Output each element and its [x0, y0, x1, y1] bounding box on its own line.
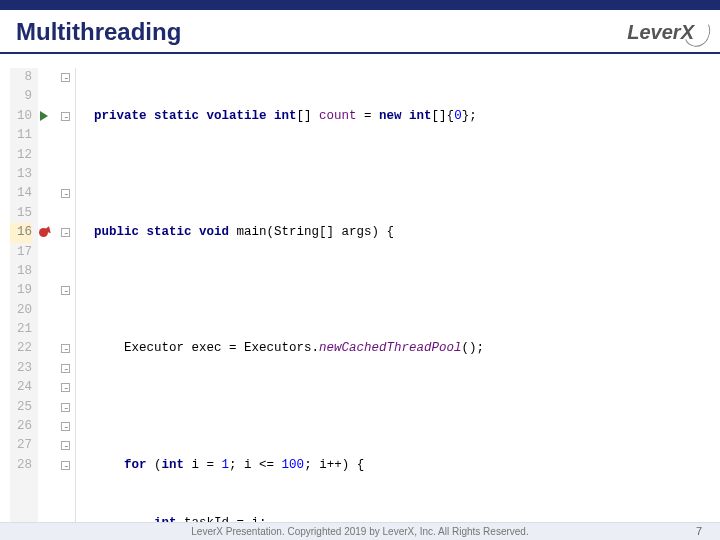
fold-icon: [61, 228, 70, 237]
code-line: Executor exec = Executors.newCachedThrea…: [94, 339, 514, 358]
lineno: 14: [10, 184, 32, 203]
header-divider: [0, 52, 720, 54]
code-line: for (int i = 1; i <= 100; i++) {: [94, 456, 514, 475]
logo: LeverX: [627, 21, 704, 44]
top-accent-bar: [0, 0, 720, 10]
footer-text: LeverX Presentation. Copyrighted 2019 by…: [191, 526, 528, 537]
lineno: 8: [10, 68, 32, 87]
slide-footer: LeverX Presentation. Copyrighted 2019 by…: [0, 522, 720, 540]
breakpoint-icon: [39, 228, 48, 237]
fold-icon: [61, 344, 70, 353]
lineno: 15: [10, 204, 32, 223]
lineno: 17: [10, 243, 32, 262]
run-marker: [38, 107, 58, 126]
lineno: 25: [10, 398, 32, 417]
fold-icon: [61, 112, 70, 121]
fold-icon: [61, 73, 70, 82]
gutter-line-numbers: 8 9 10 11 12 13 14 15 16 17 18 19 20 21 …: [10, 68, 38, 540]
gutter-fold: [58, 68, 76, 540]
fold-icon: [61, 403, 70, 412]
fold-icon: [61, 189, 70, 198]
lineno: 20: [10, 301, 32, 320]
code-editor: 8 9 10 11 12 13 14 15 16 17 18 19 20 21 …: [0, 68, 720, 540]
lineno: 9: [10, 87, 32, 106]
fold-icon: [61, 422, 70, 431]
lineno: 22: [10, 339, 32, 358]
code-line: [94, 281, 514, 300]
fold-icon: [61, 364, 70, 373]
lineno: 10: [10, 107, 32, 126]
fold-icon: [61, 383, 70, 392]
code-line: [94, 165, 514, 184]
lineno: 27: [10, 436, 32, 455]
fold-icon: [61, 286, 70, 295]
lineno-current: 16: [10, 223, 32, 242]
lineno: 11: [10, 126, 32, 145]
page-number: 7: [696, 525, 702, 537]
lineno: 28: [10, 456, 32, 475]
fold-icon: [61, 441, 70, 450]
code-line: private static volatile int[] count = ne…: [94, 107, 514, 126]
slide-header: Multithreading LeverX: [0, 10, 720, 52]
lineno: 26: [10, 417, 32, 436]
lineno: 21: [10, 320, 32, 339]
code-line: public static void main(String[] args) {: [94, 223, 514, 242]
lineno: 13: [10, 165, 32, 184]
lineno: 18: [10, 262, 32, 281]
lineno: 19: [10, 281, 32, 300]
logo-ring-icon: [680, 13, 714, 50]
fold-icon: [61, 461, 70, 470]
lineno: 24: [10, 378, 32, 397]
lineno: 23: [10, 359, 32, 378]
breakpoint-marker: [38, 223, 58, 242]
slide-title: Multithreading: [16, 18, 181, 46]
run-arrow-icon: [40, 111, 48, 121]
gutter-markers: [38, 68, 58, 540]
code-line: [94, 397, 514, 416]
lineno: 12: [10, 146, 32, 165]
code-body: private static volatile int[] count = ne…: [76, 68, 514, 540]
